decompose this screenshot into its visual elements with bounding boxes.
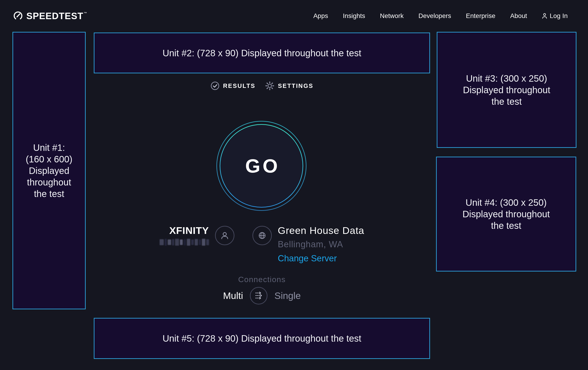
single-connection-option[interactable]: Single: [274, 290, 301, 301]
connections-toggle[interactable]: [250, 287, 267, 304]
connections-label: Connections: [94, 275, 430, 284]
change-server-link[interactable]: Change Server: [278, 253, 337, 263]
ad-unit-4-label: Unit #4: (300 x 250) Displayed throughou…: [462, 197, 550, 231]
go-button[interactable]: GO: [216, 121, 306, 211]
globe-icon: [252, 226, 272, 245]
server-location: Bellingham, WA: [278, 240, 343, 249]
top-nav: SPEEDTEST™ Apps Insights Network Develop…: [0, 0, 588, 32]
go-inner-ring: GO: [220, 124, 303, 208]
trademark-mark: ™: [84, 11, 87, 15]
nav-item-network[interactable]: Network: [380, 12, 404, 20]
go-label: GO: [243, 155, 280, 177]
results-label: RESULTS: [223, 82, 255, 90]
tab-settings[interactable]: SETTINGS: [265, 81, 313, 90]
speedometer-gauge-icon: [13, 11, 23, 21]
gear-icon: [265, 81, 274, 90]
user-avatar-icon: [215, 226, 234, 245]
nav-item-apps[interactable]: Apps: [313, 12, 328, 20]
multi-connection-option[interactable]: Multi: [223, 290, 243, 301]
user-icon: [542, 13, 547, 19]
nav-item-developers[interactable]: Developers: [419, 12, 451, 20]
ad-unit-5-label: Unit #5: (728 x 90) Displayed throughout…: [163, 333, 361, 344]
go-ring-gap: GO: [217, 121, 306, 210]
check-circle-icon: [210, 81, 220, 90]
isp-block: XFINITY: [160, 225, 234, 246]
ad-unit-5[interactable]: Unit #5: (728 x 90) Displayed throughout…: [94, 318, 430, 359]
main-nav: Apps Insights Network Developers Enterpr…: [313, 12, 568, 20]
logo-text: SPEEDTEST™: [26, 11, 87, 21]
nav-item-enterprise[interactable]: Enterprise: [466, 12, 495, 20]
view-tabs: RESULTS SETTINGS: [94, 81, 430, 90]
masked-ip-address: [160, 239, 209, 246]
multi-arrows-icon: [253, 291, 264, 300]
ad-unit-4[interactable]: Unit #4: (300 x 250) Displayed throughou…: [436, 157, 576, 271]
settings-label: SETTINGS: [278, 82, 313, 90]
ad-unit-3[interactable]: Unit #3: (300 x 250) Displayed throughou…: [437, 32, 577, 148]
isp-name: XFINITY: [169, 225, 209, 236]
login-label: Log In: [550, 12, 568, 20]
login-button[interactable]: Log In: [542, 12, 568, 20]
server-name: Green House Data: [278, 225, 364, 236]
ad-unit-1-label: Unit #1: (160 x 600) Displayed throughou…: [26, 142, 72, 200]
ad-unit-1[interactable]: Unit #1: (160 x 600) Displayed throughou…: [12, 32, 86, 309]
speedtest-logo[interactable]: SPEEDTEST™: [13, 11, 87, 21]
tab-results[interactable]: RESULTS: [210, 81, 255, 90]
server-block: Green House Data Bellingham, WA Change S…: [252, 225, 364, 263]
nav-item-about[interactable]: About: [510, 12, 527, 20]
connections-mode-row: Multi Single: [94, 287, 430, 304]
go-core: GO: [220, 125, 303, 207]
ad-unit-3-label: Unit #3: (300 x 250) Displayed throughou…: [463, 73, 550, 107]
nav-item-insights[interactable]: Insights: [343, 12, 365, 20]
ad-unit-2-label: Unit #2: (728 x 90) Displayed throughout…: [163, 47, 361, 59]
ad-unit-2[interactable]: Unit #2: (728 x 90) Displayed throughout…: [94, 32, 430, 73]
connection-info-row: XFINITY: [94, 225, 430, 263]
